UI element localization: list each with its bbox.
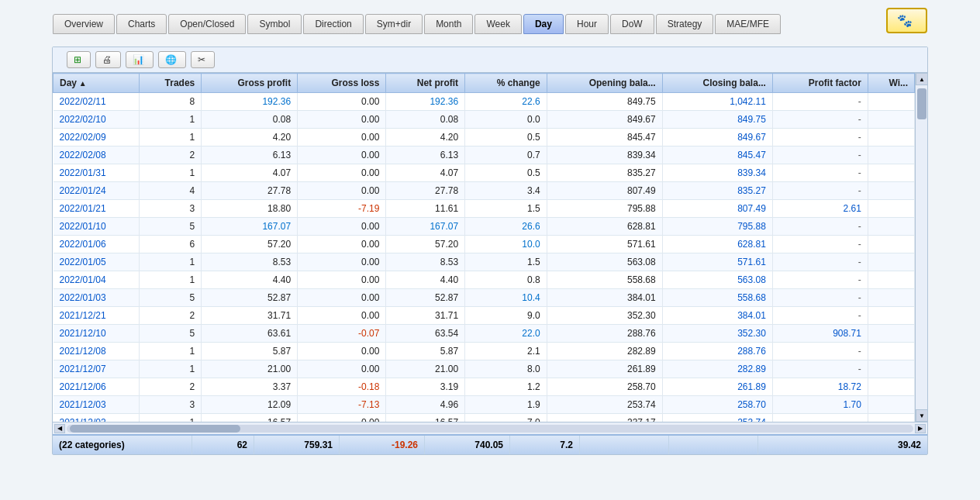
filtered-chart-button[interactable]: 📊 xyxy=(126,51,154,68)
h-scroll-thumb[interactable] xyxy=(70,425,240,433)
cell-day[interactable]: 2022/02/08 xyxy=(53,147,140,164)
scroll-down-button[interactable]: ▼ xyxy=(916,409,928,422)
col-profit-factor[interactable]: Profit factor xyxy=(772,74,868,93)
cell-wi xyxy=(868,164,914,182)
cell-net-profit: 27.78 xyxy=(386,182,465,200)
tab-mae-mfe[interactable]: MAE/MFE xyxy=(715,14,781,34)
tab-sym-dir[interactable]: Sym+dir xyxy=(365,14,423,34)
cell-profit-factor: - xyxy=(772,236,868,253)
cell-profit-factor: 18.72 xyxy=(772,378,868,396)
col-wi[interactable]: Wi... xyxy=(868,74,914,93)
footer-closing-bal xyxy=(669,436,758,454)
cell-gross-profit: 21.00 xyxy=(202,360,298,378)
cell-pct-change: 1.5 xyxy=(465,200,547,218)
col-trades[interactable]: Trades xyxy=(139,74,202,93)
cell-day[interactable]: 2022/01/24 xyxy=(53,182,140,200)
cell-net-profit: 192.36 xyxy=(386,93,465,111)
cell-gross-profit: 18.80 xyxy=(202,200,298,218)
col-gross-loss[interactable]: Gross loss xyxy=(298,74,386,93)
tab-charts[interactable]: Charts xyxy=(116,14,167,34)
cell-gross-profit: 52.87 xyxy=(202,289,298,307)
col-pct-change[interactable]: % change xyxy=(465,74,547,93)
cell-day[interactable]: 2022/01/03 xyxy=(53,289,140,307)
cell-opening-bal: 849.75 xyxy=(547,93,662,111)
cell-wi xyxy=(868,343,914,360)
cell-wi xyxy=(868,307,914,325)
cell-day[interactable]: 2021/12/21 xyxy=(53,307,140,325)
tab-strategy[interactable]: Strategy xyxy=(656,14,714,34)
cell-day[interactable]: 2021/12/02 xyxy=(53,414,140,422)
col-closing-bal[interactable]: Closing bala... xyxy=(662,74,772,93)
cell-pct-change: 0.5 xyxy=(465,129,547,147)
cell-day[interactable]: 2021/12/10 xyxy=(53,325,140,343)
tab-direction[interactable]: Direction xyxy=(303,14,363,34)
cell-day[interactable]: 2022/01/04 xyxy=(53,271,140,289)
col-day[interactable]: Day xyxy=(53,74,140,93)
cell-day[interactable]: 2022/01/05 xyxy=(53,253,140,271)
cell-closing-bal: 807.49 xyxy=(662,200,772,218)
cell-day[interactable]: 2022/01/10 xyxy=(53,218,140,236)
scroll-up-button[interactable]: ▲ xyxy=(916,73,928,85)
print-button[interactable]: 🖨 xyxy=(95,51,121,68)
cell-opening-bal: 795.88 xyxy=(547,200,662,218)
tab-symbol[interactable]: Symbol xyxy=(247,14,302,34)
scroll-thumb[interactable] xyxy=(917,88,927,119)
table-row: 2022/01/03 5 52.87 0.00 52.87 10.4 384.0… xyxy=(53,289,915,307)
cell-day[interactable]: 2022/02/11 xyxy=(53,93,140,111)
cell-net-profit: 63.54 xyxy=(386,325,465,343)
cell-profit-factor: - xyxy=(772,164,868,182)
tab-week[interactable]: Week xyxy=(474,14,521,34)
scroll-left-button[interactable]: ◀ xyxy=(54,424,65,433)
cell-gross-profit: 5.87 xyxy=(202,343,298,360)
bespoke-chart-button[interactable]: 🌐 xyxy=(158,51,186,68)
cell-trades: 2 xyxy=(139,147,202,164)
tab-day[interactable]: Day xyxy=(523,14,564,34)
cell-pct-change: 2.1 xyxy=(465,343,547,360)
cell-gross-loss: -0.07 xyxy=(298,325,386,343)
print-icon: 🖨 xyxy=(102,54,112,65)
footer-row: (22 categories) 62 759.31 -19.26 740.05 … xyxy=(53,434,927,454)
cell-profit-factor: 908.71 xyxy=(772,325,868,343)
table-row: 2022/02/10 1 0.08 0.00 0.08 0.0 849.67 8… xyxy=(53,111,915,129)
download-button[interactable]: ⊞ xyxy=(67,51,91,68)
tab-dow[interactable]: DoW xyxy=(610,14,654,34)
cell-day[interactable]: 2022/02/09 xyxy=(53,129,140,147)
cell-profit-factor: - xyxy=(772,271,868,289)
cell-gross-loss: 0.00 xyxy=(298,164,386,182)
cell-pct-change: 9.0 xyxy=(465,307,547,325)
cell-day[interactable]: 2022/01/31 xyxy=(53,164,140,182)
cell-gross-loss: -7.13 xyxy=(298,396,386,414)
cell-profit-factor: - xyxy=(772,343,868,360)
filter-icon: 🐾 xyxy=(897,13,913,28)
tab-open-closed[interactable]: Open/Closed xyxy=(168,14,246,34)
table-row: 2022/01/24 4 27.78 0.00 27.78 3.4 807.49… xyxy=(53,182,915,200)
tab-hour[interactable]: Hour xyxy=(565,14,609,34)
cell-profit-factor: - xyxy=(772,289,868,307)
cell-closing-bal: 845.47 xyxy=(662,147,772,164)
cell-day[interactable]: 2022/01/06 xyxy=(53,236,140,253)
scroll-right-button[interactable]: ▶ xyxy=(915,424,926,433)
vertical-scrollbar[interactable]: ▲ ▼ xyxy=(915,73,927,422)
col-opening-bal[interactable]: Opening bala... xyxy=(547,74,662,93)
clear-grid-filter-button[interactable]: ✂ xyxy=(191,51,215,68)
cell-closing-bal: 571.61 xyxy=(662,253,772,271)
col-net-profit[interactable]: Net profit xyxy=(386,74,465,93)
horizontal-scrollbar[interactable]: ◀ ▶ xyxy=(53,422,927,434)
cell-day[interactable]: 2021/12/06 xyxy=(53,378,140,396)
cell-gross-profit: 8.53 xyxy=(202,253,298,271)
cell-pct-change: 10.4 xyxy=(465,289,547,307)
col-gross-profit[interactable]: Gross profit xyxy=(202,74,298,93)
tab-month[interactable]: Month xyxy=(424,14,473,34)
cell-day[interactable]: 2022/02/10 xyxy=(53,111,140,129)
cell-day[interactable]: 2021/12/03 xyxy=(53,396,140,414)
table-row: 2022/01/04 1 4.40 0.00 4.40 0.8 558.68 5… xyxy=(53,271,915,289)
cell-day[interactable]: 2022/01/21 xyxy=(53,200,140,218)
filter-button[interactable]: 🐾 xyxy=(886,8,927,33)
cell-day[interactable]: 2021/12/07 xyxy=(53,360,140,378)
cell-pct-change: 8.0 xyxy=(465,360,547,378)
cell-gross-profit: 0.08 xyxy=(202,111,298,129)
cell-trades: 4 xyxy=(139,182,202,200)
table-row: 2022/01/31 1 4.07 0.00 4.07 0.5 835.27 8… xyxy=(53,164,915,182)
cell-day[interactable]: 2021/12/08 xyxy=(53,343,140,360)
tab-overview[interactable]: Overview xyxy=(53,14,115,34)
